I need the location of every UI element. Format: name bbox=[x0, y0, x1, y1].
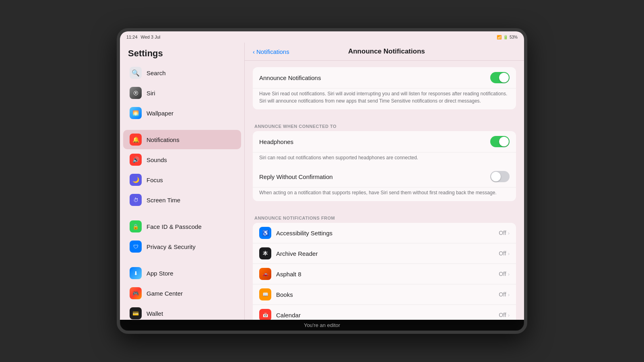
search-icon: 🔍 bbox=[130, 67, 142, 79]
appstore-icon: ⬇ bbox=[130, 267, 142, 279]
sidebar-item-wallet[interactable]: 💳 Wallet bbox=[123, 304, 241, 320]
calendar-icon: 📅 bbox=[259, 309, 271, 320]
accessibility-name: Accessibility Settings bbox=[276, 230, 499, 237]
reply-confirmation-row[interactable]: Reply Without Confirmation bbox=[253, 166, 516, 187]
toggle-thumb bbox=[499, 73, 509, 82]
sidebar-label-faceid: Face ID & Passcode bbox=[147, 223, 202, 230]
connected-section-header: ANNOUNCE WHEN CONNECTED TO bbox=[253, 117, 516, 131]
bottom-bar: You're an editor bbox=[120, 320, 524, 331]
wallet-icon: 💳 bbox=[130, 307, 142, 319]
calendar-name: Calendar bbox=[276, 312, 499, 319]
headphones-label: Headphones bbox=[259, 138, 293, 145]
announce-notifications-toggle[interactable] bbox=[490, 72, 510, 83]
books-name: Books bbox=[276, 291, 499, 298]
announce-description: Have Siri read out notifications. Siri w… bbox=[253, 88, 516, 109]
sidebar-label-search: Search bbox=[147, 70, 166, 76]
sidebar: Settings 🔍 Search ⦿ Siri 🌅 Wallpaper bbox=[120, 43, 245, 320]
announce-label: Announce Notifications bbox=[259, 74, 321, 81]
sidebar-item-sounds[interactable]: 🔊 Sounds bbox=[123, 150, 241, 169]
sidebar-item-focus[interactable]: 🌙 Focus bbox=[123, 170, 241, 189]
asphalt8-icon: 🚗 bbox=[259, 268, 271, 280]
screentime-icon: ⏱ bbox=[130, 194, 142, 206]
books-icon: 📖 bbox=[259, 288, 271, 300]
privacy-icon: 🛡 bbox=[130, 241, 142, 253]
status-time: 11:24 bbox=[126, 35, 138, 39]
sidebar-label-privacy: Privacy & Security bbox=[147, 243, 196, 250]
sidebar-label-wallpaper: Wallpaper bbox=[147, 110, 173, 117]
asphalt8-name: Asphalt 8 bbox=[276, 271, 499, 278]
nav-back-label: Notifications bbox=[256, 48, 289, 55]
sidebar-label-siri: Siri bbox=[147, 90, 155, 97]
status-bar: 11:24 Wed 3 Jul 📶 🔋 53% bbox=[120, 31, 524, 43]
reply-label: Reply Without Confirmation bbox=[259, 173, 333, 180]
sidebar-label-gamecenter: Game Center bbox=[147, 290, 183, 297]
toggle-thumb-reply bbox=[491, 172, 501, 181]
nav-back-button[interactable]: ‹ Notifications bbox=[253, 48, 289, 55]
sidebar-label-wallet: Wallet bbox=[147, 310, 163, 317]
app-row-accessibility[interactable]: ♿ Accessibility Settings Off › bbox=[253, 223, 516, 243]
tablet-content: Settings 🔍 Search ⦿ Siri 🌅 Wallpaper bbox=[120, 43, 524, 320]
wifi-icon: 📶 bbox=[497, 35, 502, 39]
headphones-description: Siri can read out notifications when sup… bbox=[253, 152, 516, 166]
sidebar-label-sounds: Sounds bbox=[147, 156, 167, 163]
announce-notifications-row[interactable]: Announce Notifications bbox=[253, 67, 516, 88]
sidebar-item-notifications[interactable]: 🔔 Notifications bbox=[123, 130, 241, 149]
reply-toggle[interactable] bbox=[490, 171, 510, 182]
sidebar-label-notifications: Notifications bbox=[147, 136, 180, 143]
tablet-frame: 11:24 Wed 3 Jul 📶 🔋 53% Settings 🔍 Searc… bbox=[117, 28, 527, 334]
content-area: Announce Notifications Have Siri read ou… bbox=[245, 61, 524, 320]
books-status: Off bbox=[499, 291, 506, 298]
connected-card: Headphones Siri can read out notificatio… bbox=[253, 131, 516, 201]
sidebar-title: Settings bbox=[120, 43, 244, 63]
sidebar-item-gamecenter[interactable]: 🎮 Game Center bbox=[123, 284, 241, 303]
nav-title: Announce Notifications bbox=[348, 47, 425, 56]
app-row-calendar[interactable]: 📅 Calendar Off › bbox=[253, 305, 516, 320]
bottom-bar-text: You're an editor bbox=[304, 322, 340, 328]
app-row-books[interactable]: 📖 Books Off › bbox=[253, 284, 516, 305]
main-content: ‹ Notifications Announce Notifications A… bbox=[245, 43, 524, 320]
status-right: 📶 🔋 53% bbox=[497, 35, 518, 39]
back-chevron-icon: ‹ bbox=[253, 48, 255, 55]
archive-reader-name: Archive Reader bbox=[276, 250, 499, 257]
apps-section-header: ANNOUNCE NOTIFICATIONS FROM bbox=[253, 209, 516, 223]
sidebar-label-appstore: App Store bbox=[147, 270, 173, 277]
asphalt8-chevron-icon: › bbox=[508, 271, 510, 277]
sidebar-item-siri[interactable]: ⦿ Siri bbox=[123, 83, 241, 103]
sidebar-item-faceid[interactable]: 🔒 Face ID & Passcode bbox=[123, 217, 241, 236]
asphalt8-status: Off bbox=[499, 271, 506, 277]
archive-reader-status: Off bbox=[499, 250, 506, 257]
archive-reader-chevron-icon: › bbox=[508, 251, 510, 257]
books-chevron-icon: › bbox=[508, 292, 510, 298]
calendar-chevron-icon: › bbox=[508, 312, 510, 318]
sounds-icon: 🔊 bbox=[130, 154, 142, 166]
calendar-status: Off bbox=[499, 312, 506, 318]
sidebar-label-focus: Focus bbox=[147, 177, 163, 183]
announce-notifications-card: Announce Notifications Have Siri read ou… bbox=[253, 67, 516, 109]
archive-reader-icon: 本 bbox=[259, 247, 271, 259]
sidebar-item-appstore[interactable]: ⬇ App Store bbox=[123, 263, 241, 283]
app-row-archive-reader[interactable]: 本 Archive Reader Off › bbox=[253, 243, 516, 264]
sidebar-item-screentime[interactable]: ⏱ Screen Time bbox=[123, 190, 241, 210]
apps-list-card: ♿ Accessibility Settings Off › 本 Archive… bbox=[253, 223, 516, 320]
sidebar-item-privacy[interactable]: 🛡 Privacy & Security bbox=[123, 237, 241, 256]
headphones-toggle[interactable] bbox=[490, 136, 510, 147]
reply-description: When acting on a notification that suppo… bbox=[253, 187, 516, 201]
faceid-icon: 🔒 bbox=[130, 220, 142, 232]
status-left: 11:24 Wed 3 Jul bbox=[126, 35, 160, 39]
sidebar-item-wallpaper[interactable]: 🌅 Wallpaper bbox=[123, 103, 241, 123]
headphones-row[interactable]: Headphones bbox=[253, 131, 516, 152]
battery-icon: 🔋 bbox=[503, 35, 508, 39]
sidebar-item-search[interactable]: 🔍 Search bbox=[123, 63, 241, 82]
sidebar-label-screentime: Screen Time bbox=[147, 197, 180, 204]
nav-bar: ‹ Notifications Announce Notifications bbox=[245, 43, 524, 61]
accessibility-status: Off bbox=[499, 230, 506, 236]
accessibility-icon: ♿ bbox=[259, 227, 271, 239]
status-date: Wed 3 Jul bbox=[141, 35, 161, 39]
gamecenter-icon: 🎮 bbox=[130, 287, 142, 299]
toggle-thumb-headphones bbox=[499, 137, 509, 146]
accessibility-chevron-icon: › bbox=[508, 230, 510, 236]
app-row-asphalt8[interactable]: 🚗 Asphalt 8 Off › bbox=[253, 264, 516, 284]
siri-icon: ⦿ bbox=[130, 87, 142, 99]
focus-icon: 🌙 bbox=[130, 174, 142, 186]
battery-percent: 53% bbox=[510, 35, 518, 39]
